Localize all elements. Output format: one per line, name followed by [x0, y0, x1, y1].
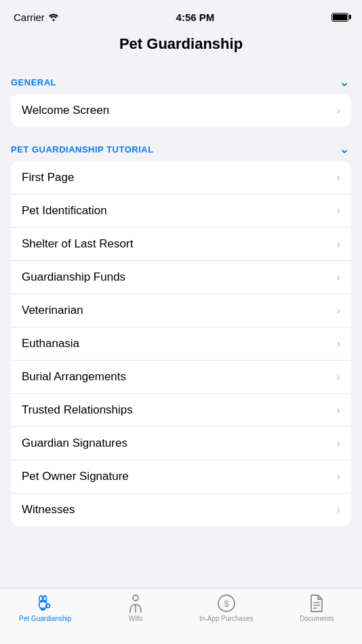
section-tutorial: PET GUARDIANSHIP TUTORIAL ⌄ First Page ›…	[11, 138, 351, 526]
list-item-guardian-signatures[interactable]: Guardian Signatures ›	[11, 427, 351, 460]
tab-documents-label: Documents	[300, 615, 334, 622]
svg-point-4	[46, 604, 50, 608]
section-tutorial-header[interactable]: PET GUARDIANSHIP TUTORIAL ⌄	[11, 138, 351, 161]
carrier-label: Carrier	[14, 12, 59, 23]
list-item-chevron: ›	[337, 104, 340, 117]
list-item-shelter-last-resort[interactable]: Shelter of Last Resort ›	[11, 228, 351, 261]
tab-wills-label: Wills	[129, 615, 143, 622]
section-tutorial-list: First Page › Pet Identification › Shelte…	[11, 161, 351, 526]
list-item-trusted-relationships[interactable]: Trusted Relationships ›	[11, 394, 351, 427]
page-title: Pet Guardianship	[119, 35, 243, 52]
tab-documents[interactable]: Documents	[272, 594, 363, 622]
status-time: 4:56 PM	[176, 12, 215, 23]
list-item-witnesses[interactable]: Witnesses ›	[11, 494, 351, 526]
tab-in-app-purchases[interactable]: $ In-App Purchases	[181, 594, 272, 622]
status-bar: Carrier 4:56 PM	[0, 0, 362, 30]
list-item-first-page[interactable]: First Page ›	[11, 161, 351, 195]
list-item-veterinarian[interactable]: Veterinarian ›	[11, 294, 351, 327]
tab-in-app-purchases-label: In-App Purchases	[199, 615, 254, 622]
svg-point-6	[133, 595, 138, 601]
tab-wills[interactable]: Wills	[91, 594, 182, 622]
battery-indicator	[331, 13, 348, 22]
section-general-title: GENERAL	[11, 77, 56, 87]
section-tutorial-title: PET GUARDIANSHIP TUTORIAL	[11, 144, 154, 155]
section-tutorial-chevron: ⌄	[340, 143, 348, 156]
list-item-pet-owner-signature[interactable]: Pet Owner Signature ›	[11, 460, 351, 494]
list-item-euthanasia[interactable]: Euthanasia ›	[11, 327, 351, 361]
tab-pet-guardianship[interactable]: Pet Guardianship	[0, 594, 91, 622]
svg-text:$: $	[224, 599, 229, 609]
list-item-guardianship-funds[interactable]: Guardianship Funds ›	[11, 261, 351, 294]
tab-pet-guardianship-label: Pet Guardianship	[19, 615, 71, 622]
list-item-label: Welcome Screen	[22, 104, 109, 117]
wills-icon	[126, 594, 145, 613]
svg-point-0	[52, 19, 54, 21]
list-item-burial-arrangements[interactable]: Burial Arrangements ›	[11, 361, 351, 394]
page-header: Pet Guardianship	[0, 30, 362, 64]
list-item-welcome-screen[interactable]: Welcome Screen ›	[11, 94, 351, 127]
section-general-list: Welcome Screen ›	[11, 94, 351, 127]
scroll-content[interactable]: GENERAL ⌄ Welcome Screen › PET GUARDIANS…	[0, 64, 362, 605]
wifi-icon	[48, 13, 59, 21]
in-app-purchases-icon: $	[217, 594, 236, 613]
section-general-chevron: ⌄	[340, 76, 348, 89]
tab-bar: Pet Guardianship Wills $ In-App Purchase…	[0, 588, 362, 644]
pet-guardianship-icon	[36, 594, 55, 613]
section-general: GENERAL ⌄ Welcome Screen ›	[11, 71, 351, 127]
documents-icon	[307, 594, 326, 613]
section-general-header[interactable]: GENERAL ⌄	[11, 71, 351, 94]
list-item-pet-identification[interactable]: Pet Identification ›	[11, 195, 351, 228]
